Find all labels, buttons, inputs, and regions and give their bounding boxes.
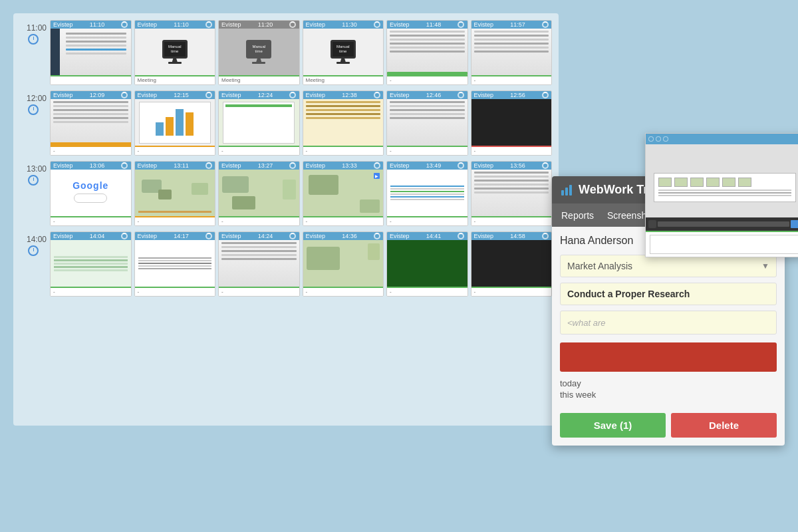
card-header: Evistep14:36 <box>303 232 384 240</box>
card-footer: - <box>471 146 552 155</box>
save-button[interactable]: Save (1) <box>560 413 666 438</box>
screenshots-row-11: Evistep 11:10 <box>50 20 552 85</box>
screenshot-card[interactable]: Evistep14:24 - <box>218 231 300 297</box>
screenshot-card[interactable]: Evistep14:41 - <box>386 231 468 297</box>
dot2 <box>656 136 661 142</box>
card-footer: - <box>303 216 384 225</box>
card-header: Evistep12:15 <box>135 91 215 99</box>
clock-icon-12 <box>28 104 39 115</box>
time-text: 11:00 <box>27 23 47 33</box>
screenshot-card[interactable]: Evistep12:38 - <box>303 90 384 156</box>
screenshot-card[interactable]: Evistep13:27 - <box>218 161 300 226</box>
preview-header <box>646 134 798 144</box>
task-label: Conduct a Proper Research <box>567 289 690 299</box>
card-body <box>387 29 467 75</box>
card-header: Evistep12:46 <box>387 91 467 99</box>
delete-button[interactable]: Delete <box>671 413 777 438</box>
card-footer: Meeting <box>135 75 215 84</box>
reports-link[interactable]: Reports <box>561 210 594 221</box>
card-footer: - <box>51 146 131 155</box>
logo-bar-2 <box>565 188 568 196</box>
clock-icon-14 <box>28 245 39 256</box>
time-label-14: 14:00 <box>20 235 47 256</box>
card-footer: - <box>471 75 552 84</box>
time-label-11: 11:00 <box>20 23 47 45</box>
card-footer: - <box>219 287 299 296</box>
time-row-13: 13:00 Evistep13:06 Google - <box>50 161 552 226</box>
time-row-11: 11:00 Evistep 11:10 <box>50 20 552 85</box>
what-are-input[interactable]: <what are <box>560 311 777 334</box>
today-stat: today <box>560 378 777 388</box>
week-stat: this week <box>560 390 777 400</box>
screenshots-row-12: Evistep12:09 - Evistep12:15 <box>50 90 552 156</box>
card-header: Evistep 11:20 <box>219 21 299 29</box>
card-footer: - <box>387 75 467 84</box>
screenshot-card[interactable]: Evistep14:17 - <box>134 231 216 297</box>
card-body <box>471 99 552 146</box>
card-header: Evistep 11:10 <box>51 21 131 29</box>
tracker-nav-links: Reports Screenshots <box>561 210 659 221</box>
progress-dot <box>205 92 212 98</box>
screenshot-card[interactable]: Evistep13:33 ▶ - <box>303 161 384 226</box>
screenshot-card[interactable]: Evistep12:46 - <box>386 90 468 156</box>
screenshot-card[interactable]: Evistep 11:48 - <box>386 20 468 85</box>
card-body: Google <box>51 170 131 216</box>
preview-input[interactable] <box>650 235 798 254</box>
time-text: 13:00 <box>27 164 47 174</box>
screenshot-card[interactable]: Evistep12:24 - <box>218 90 300 156</box>
dot1 <box>648 136 654 142</box>
screenshot-card[interactable]: Evistep 11:30 Manualtime Meeting <box>303 20 384 85</box>
card-header: Evistep 11:10 <box>135 21 215 29</box>
clock-icon-11 <box>28 34 39 45</box>
card-header: Evistep14:17 <box>135 232 215 240</box>
time-row-12: 12:00 Evistep12:09 - <box>50 90 552 156</box>
clock-icon-13 <box>28 175 39 186</box>
screenshot-card[interactable]: Evistep13:06 Google - <box>50 161 132 226</box>
progress-dot <box>458 233 464 239</box>
screenshot-card[interactable]: Evistep 11:57 - <box>471 20 553 85</box>
time-row-14: 14:00 Evistep14:04 - <box>50 231 552 297</box>
screenshot-card[interactable]: Evistep12:15 - <box>134 90 216 156</box>
save-delete-row: Save (1) Delete <box>552 413 785 446</box>
what-are-placeholder: <what are <box>567 318 605 328</box>
screenshot-card[interactable]: Evistep14:04 - <box>50 231 132 297</box>
project-dropdown[interactable]: Market Analysis ▼ <box>560 255 777 277</box>
card-body: Manualtime <box>219 29 299 75</box>
screenshot-card[interactable]: Evistep 11:10 Manualtime Meeting <box>134 20 216 85</box>
card-body <box>303 240 384 287</box>
card-header: Evistep12:09 <box>51 91 131 99</box>
progress-dot <box>289 21 296 28</box>
card-body <box>471 240 552 287</box>
screenshot-card[interactable]: Evistep14:36 - <box>303 231 384 297</box>
screenshot-card[interactable]: Evistep 11:10 <box>50 20 132 85</box>
logo-bar-1 <box>561 190 564 196</box>
screenshot-card[interactable]: Evistep13:49 - <box>386 161 468 226</box>
card-body <box>219 170 299 216</box>
card-body <box>219 240 299 287</box>
card-body <box>387 240 467 287</box>
screenshot-card[interactable]: Evistep13:11 - <box>134 161 216 226</box>
progress-dot <box>374 162 380 169</box>
record-button[interactable] <box>560 342 777 372</box>
progress-dot <box>542 162 549 169</box>
card-footer: - <box>135 287 215 296</box>
card-header: Evistep12:38 <box>303 91 384 99</box>
time-label-12: 12:00 <box>20 94 47 115</box>
screenshot-card[interactable]: Evistep 11:20 Manualtime Meeting <box>218 20 300 85</box>
preview-header-dots <box>648 136 668 142</box>
screenshot-card[interactable]: Evistep13:56 - <box>471 161 553 226</box>
card-footer: - <box>387 146 467 155</box>
monitor-icon: Manualtime <box>246 40 271 64</box>
task-field[interactable]: Conduct a Proper Research <box>560 283 777 305</box>
progress-dot <box>121 21 128 28</box>
screenshot-card[interactable]: Evistep14:58 - <box>471 231 553 297</box>
card-body <box>219 99 299 146</box>
progress-dot <box>205 162 212 169</box>
screenshot-card[interactable]: Evistep12:09 - <box>50 90 132 156</box>
progress-dot <box>458 92 464 98</box>
card-footer: - <box>471 287 552 296</box>
card-footer: Meeting <box>219 75 299 84</box>
card-header: Evistep12:56 <box>471 91 552 99</box>
screenshot-card[interactable]: Evistep12:56 - <box>471 90 553 156</box>
progress-dot <box>205 233 212 239</box>
